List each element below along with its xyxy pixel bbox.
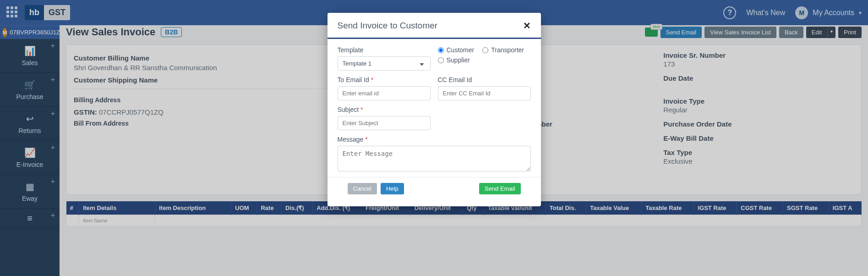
message-label: Message * <box>338 136 531 143</box>
subject-input[interactable] <box>338 116 431 130</box>
to-email-input[interactable] <box>338 86 431 100</box>
cancel-button[interactable]: Cancel <box>348 183 377 194</box>
modal-header: Send Invoice to Customer ✕ <box>328 13 541 39</box>
cc-email-input[interactable] <box>438 86 531 100</box>
radio-transporter-input[interactable] <box>482 47 488 53</box>
to-email-label: To Email Id * <box>338 76 431 83</box>
radio-supplier[interactable]: Supplier <box>438 56 470 64</box>
message-input[interactable] <box>338 146 531 171</box>
radio-transporter-label: Transporter <box>491 46 524 54</box>
radio-customer[interactable]: Customer <box>438 46 475 54</box>
send-email-modal: Send Invoice to Customer ✕ Template Temp… <box>328 13 541 206</box>
radio-supplier-label: Supplier <box>447 56 470 64</box>
help-button[interactable]: Help <box>381 183 404 194</box>
send-email-submit-button[interactable]: Send Email <box>479 183 520 194</box>
radio-supplier-input[interactable] <box>438 57 444 63</box>
radio-transporter[interactable]: Transporter <box>482 46 524 54</box>
recipient-radios: Customer Transporter Supplier <box>438 46 531 64</box>
radio-customer-label: Customer <box>447 46 475 54</box>
cc-email-label: CC Email Id <box>438 76 531 83</box>
radio-customer-input[interactable] <box>438 47 444 53</box>
subject-label: Subject * <box>338 106 431 113</box>
modal-body: Template Template 1 Customer Transporter… <box>328 39 541 206</box>
close-icon[interactable]: ✕ <box>523 20 531 31</box>
template-label: Template <box>338 46 431 54</box>
modal-title: Send Invoice to Customer <box>338 21 438 31</box>
modal-footer: Cancel Help Send Email <box>338 177 531 203</box>
template-select[interactable]: Template 1 <box>338 56 431 71</box>
